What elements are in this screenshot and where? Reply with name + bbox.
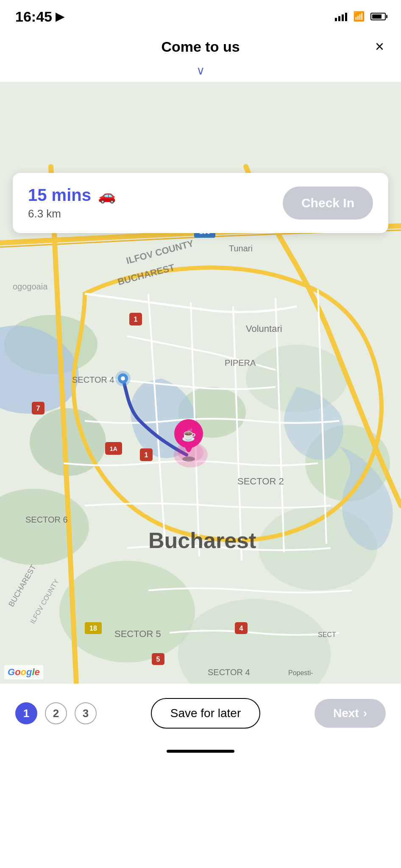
- signal-bar-4: [345, 13, 347, 21]
- time-display: 16:45: [15, 8, 52, 25]
- map-svg: 1 7 1A 1 100 18 5: [0, 82, 401, 684]
- travel-time-value: 15 mins: [28, 186, 91, 205]
- bottom-bar: 1 2 3 Save for later Next ›: [0, 684, 401, 743]
- close-button[interactable]: ×: [375, 39, 384, 54]
- svg-text:1: 1: [134, 316, 138, 323]
- svg-text:PIPERA: PIPERA: [225, 358, 256, 367]
- step-2[interactable]: 2: [45, 702, 67, 724]
- step-3[interactable]: 3: [75, 702, 97, 724]
- page-title: Come to us: [161, 39, 239, 55]
- travel-time: 15 mins 🚗: [28, 186, 116, 205]
- svg-point-49: [182, 456, 195, 462]
- svg-text:Tunari: Tunari: [229, 244, 253, 253]
- travel-info: 15 mins 🚗 6.3 km: [28, 186, 116, 220]
- svg-text:1A: 1A: [110, 445, 117, 452]
- svg-text:SECTOR 5: SECTOR 5: [114, 629, 161, 639]
- chevron-down-icon: ∨: [196, 64, 205, 78]
- google-logo: Google: [4, 665, 43, 679]
- battery-fill: [372, 14, 382, 19]
- svg-text:SECTOR 2: SECTOR 2: [237, 476, 284, 487]
- svg-text:5: 5: [156, 656, 160, 663]
- battery-icon: [370, 13, 386, 20]
- svg-text:18: 18: [89, 625, 97, 632]
- svg-text:4: 4: [239, 625, 243, 632]
- next-button[interactable]: Next ›: [315, 699, 386, 728]
- svg-text:ogogoaia: ogogoaia: [13, 282, 48, 291]
- svg-text:Popesti-: Popesti-: [288, 669, 313, 676]
- chevron-container: ∨: [0, 64, 401, 82]
- svg-point-8: [59, 561, 195, 662]
- svg-text:☕: ☕: [181, 428, 196, 442]
- svg-text:SECTOR 4: SECTOR 4: [72, 375, 114, 384]
- map-container: 1 7 1A 1 100 18 5: [0, 82, 401, 684]
- info-card: 15 mins 🚗 6.3 km Check In: [13, 173, 388, 233]
- signal-bars: [335, 12, 347, 21]
- home-indicator: [0, 743, 401, 763]
- next-arrow-icon: ›: [363, 707, 367, 720]
- save-later-button[interactable]: Save for later: [151, 698, 261, 729]
- svg-text:SECTOR 6: SECTOR 6: [25, 515, 68, 524]
- signal-bar-1: [335, 18, 337, 21]
- svg-text:1: 1: [145, 451, 148, 459]
- map-section: 15 mins 🚗 6.3 km Check In: [0, 82, 401, 684]
- step-indicators: 1 2 3: [15, 702, 97, 724]
- svg-text:SECTOR 4: SECTOR 4: [208, 668, 250, 677]
- status-icons: 📶: [335, 11, 386, 22]
- wifi-icon: 📶: [353, 11, 365, 22]
- svg-text:7: 7: [36, 405, 40, 412]
- svg-point-44: [121, 376, 125, 381]
- home-bar: [167, 750, 234, 753]
- signal-bar-2: [338, 16, 340, 21]
- check-in-button[interactable]: Check In: [283, 186, 373, 220]
- location-icon: ▶: [56, 10, 64, 23]
- svg-text:Voluntari: Voluntari: [246, 323, 282, 334]
- signal-bar-3: [342, 14, 344, 21]
- travel-distance: 6.3 km: [28, 207, 116, 220]
- svg-text:SECT: SECT: [318, 631, 336, 638]
- header: Come to us ×: [0, 30, 401, 64]
- car-icon: 🚗: [98, 187, 116, 204]
- status-bar: 16:45 ▶ 📶: [0, 0, 401, 30]
- status-time: 16:45 ▶: [15, 8, 64, 25]
- svg-text:Bucharest: Bucharest: [148, 528, 256, 553]
- step-1[interactable]: 1: [15, 702, 37, 724]
- next-label: Next: [333, 707, 359, 720]
